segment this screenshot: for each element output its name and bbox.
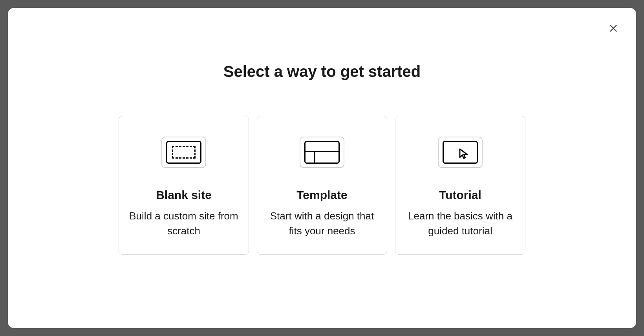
get-started-modal: Select a way to get started Blank site B…: [8, 8, 636, 328]
option-tutorial[interactable]: Tutorial Learn the basics with a guided …: [395, 116, 525, 255]
option-title: Tutorial: [439, 188, 481, 202]
option-description: Build a custom site from scratch: [128, 209, 240, 238]
option-template[interactable]: Template Start with a design that fits y…: [257, 116, 387, 255]
options-row: Blank site Build a custom site from scra…: [119, 116, 525, 255]
option-title: Template: [296, 188, 347, 202]
close-icon: [608, 23, 618, 33]
close-button[interactable]: [607, 22, 620, 35]
option-description: Learn the basics with a guided tutorial: [404, 209, 516, 238]
template-icon: [300, 137, 344, 168]
option-title: Blank site: [156, 188, 212, 202]
tutorial-icon: [438, 137, 483, 168]
option-description: Start with a design that fits your needs: [266, 209, 378, 238]
option-blank-site[interactable]: Blank site Build a custom site from scra…: [119, 116, 249, 255]
cursor-icon: [458, 148, 470, 159]
blank-site-icon: [161, 137, 206, 168]
modal-title: Select a way to get started: [223, 63, 421, 80]
